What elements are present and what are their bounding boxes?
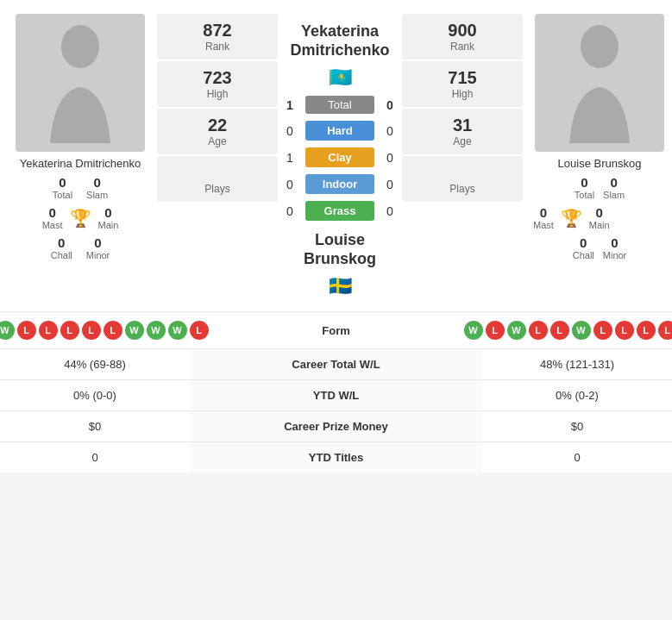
stats-right-1: 0% (0-2) [482,380,672,411]
player2-total-slam: 0 Total 0 Slam [533,175,666,200]
player1-rank-box: 872 Rank [157,14,278,59]
player1-hard: 0 [281,124,298,138]
player2-total-cell: 0 Total [575,175,594,200]
form-badge-p2: W [464,321,483,340]
player2-mast-cell: 0 Mast [533,205,554,230]
player2-main-cell: 0 Main [589,205,610,230]
player1-total-slam-row: 0 Total 0 Slam [53,175,108,200]
player2-plays-box: Plays [402,156,523,202]
stats-row: 44% (69-88) Career Total W/L 48% (121-13… [0,349,672,380]
player2-total-score: 0 [381,98,399,112]
player2-chall-cell: 0 Chall [573,235,594,260]
player2-form-row: WLWLLWLLLL [464,321,673,340]
player2-slam-cell: 0 Slam [603,175,625,200]
stats-left-3: 0 [0,442,190,473]
stats-row: 0% (0-0) YTD W/L 0% (0-2) [0,380,672,411]
stats-table: 44% (69-88) Career Total W/L 48% (121-13… [0,348,672,473]
player1-chall-minor-row: 0 Chall 0 Minor [51,235,110,260]
form-badge-p1: L [17,321,36,340]
player2-avatar [535,14,664,152]
player2-name: Louise Brunskog [558,157,642,170]
form-section: WLLLLLWWWL Form WLWLLWLLLL [0,311,672,348]
stats-row: $0 Career Prize Money $0 [0,411,672,442]
indoor-button[interactable]: Indoor [305,174,374,194]
player1-indoor: 0 [281,178,298,191]
stats-right-2: $0 [482,411,672,442]
grass-button[interactable]: Grass [305,201,374,221]
form-badge-p2: W [572,321,591,340]
hard-row: 0 Hard 0 [281,121,399,141]
form-badge-p1: L [82,321,101,340]
hard-button[interactable]: Hard [305,121,374,141]
player1-form-row: WLLLLLWWWL [0,321,209,340]
form-badge-p2: L [615,321,634,340]
form-badge-p2: L [637,321,656,340]
player2-photo-panel: Louise Brunskog 0 Total 0 Slam 0 Mast [526,14,672,297]
player1-total-cell: 0 Total [53,175,72,200]
form-badge-p1: W [125,321,144,340]
player1-high-box: 723 High [157,61,278,107]
stats-center-3: YTD Titles [190,442,482,473]
player2-flag: 🇸🇪 [329,275,352,297]
player2-indoor: 0 [381,178,399,191]
stats-left-2: $0 [0,411,190,442]
form-badge-p2: L [550,321,569,340]
player2-rank-box: 900 Rank [402,14,523,59]
center-column: YekaterinaDmitrichenko 🇰🇿 1 Total 0 0 Ha… [281,14,399,297]
form-badge-p2: W [507,321,526,340]
total-button[interactable]: Total [305,96,374,114]
form-left: WLLLLLWWWL [7,321,197,340]
svg-point-1 [581,25,619,68]
main-container: Yekaterina Dmitrichenko 0 Total 0 Slam 0… [0,0,672,473]
grass-row: 0 Grass 0 [281,201,399,221]
trophy-icon-player1: 🏆 [70,208,91,229]
indoor-row: 0 Indoor 0 [281,174,399,194]
player2-clay: 0 [381,151,399,165]
player2-minor-cell: 0 Minor [603,235,627,260]
form-badge-p1: W [147,321,166,340]
player1-mast-cell: 0 Mast [42,205,63,230]
stats-right-0: 48% (121-131) [482,349,672,380]
player1-name: Yekaterina Dmitrichenko [20,157,141,170]
form-badge-p1: L [60,321,79,340]
form-badge-p2: L [593,321,612,340]
form-badge-p2: L [486,321,505,340]
player1-photo-panel: Yekaterina Dmitrichenko 0 Total 0 Slam 0… [7,14,154,297]
player2-high-box: 715 High [402,61,523,107]
stats-left-1: 0% (0-0) [0,380,190,411]
player1-age-box: 22 Age [157,109,278,154]
form-badge-p1: W [168,321,187,340]
player1-minor-cell: 0 Minor [86,235,110,260]
player1-name-center: YekaterinaDmitrichenko [290,22,389,59]
form-right: WLWLLWLLLL [475,321,665,340]
svg-point-0 [61,25,99,68]
player1-total-score: 1 [281,98,298,112]
trophy-icon-player2: 🏆 [561,208,582,229]
stats-left-0: 44% (69-88) [0,349,190,380]
player1-slam-cell: 0 Slam [86,175,108,200]
total-row: 1 Total 0 [281,96,399,114]
form-center-label: Form [197,324,475,337]
form-badge-p1: W [0,321,15,340]
player1-flag: 🇰🇿 [329,66,352,89]
player1-main-cell: 0 Main [98,205,119,230]
player2-hard: 0 [381,124,399,138]
clay-button[interactable]: Clay [305,147,374,167]
player1-middle-stats: 872 Rank 723 High 22 Age Plays [157,14,278,297]
player2-name-center: LouiseBrunskog [304,231,376,268]
stats-center-0: Career Total W/L [190,349,482,380]
stats-row: 0 YTD Titles 0 [0,442,672,473]
stats-center-1: YTD W/L [190,380,482,411]
comparison-section: Yekaterina Dmitrichenko 0 Total 0 Slam 0… [0,0,672,311]
stats-right-3: 0 [482,442,672,473]
player1-avatar [16,14,145,152]
player1-trophy-row: 0 Mast 🏆 0 Main [42,205,119,230]
clay-row: 1 Clay 0 [281,147,399,167]
form-badge-p1: L [39,321,58,340]
form-badge-p2: L [529,321,548,340]
player2-chall-minor: 0 Chall 0 Minor [533,235,666,260]
stats-center-2: Career Prize Money [190,411,482,442]
player2-grass: 0 [381,204,399,218]
player1-grass: 0 [281,204,298,218]
player1-plays-box: Plays [157,156,278,202]
